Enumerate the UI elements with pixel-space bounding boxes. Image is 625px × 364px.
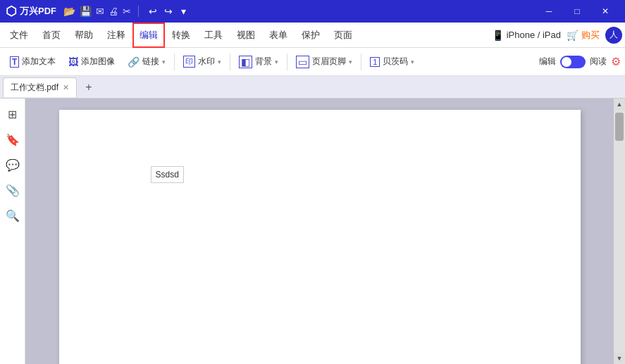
maximize-button[interactable]: □ (563, 0, 591, 23)
toolbar: T 添加文本 🖼 添加图像 🔗 链接 ▾ 印 水印 ▾ ◧ 背景 ▾ ▭ 页眉页… (0, 48, 625, 76)
sidebar: ⊞ 🔖 💬 📎 🔍 (0, 99, 25, 364)
close-button[interactable]: ✕ (591, 0, 619, 23)
cart-icon: 🛒 (567, 30, 578, 41)
edit-mode-label: 编辑 (539, 56, 556, 68)
image-icon: 🖼 (68, 56, 78, 68)
scroll-down-arrow[interactable]: ▼ (614, 353, 625, 364)
window-controls: ─ □ ✕ (535, 0, 619, 23)
header-footer-label: 页眉页脚 (312, 56, 346, 68)
header-footer-button[interactable]: ▭ 页眉页脚 ▾ (290, 53, 358, 71)
email-icon[interactable]: ✉ (96, 6, 104, 17)
toolbar-separator-4 (361, 54, 361, 70)
logo-text: 万兴PDF (20, 5, 56, 18)
menu-convert[interactable]: 转换 (165, 23, 197, 48)
title-icons: 📂 💾 ✉ 🖨 ✂ ↩ ↪ ▾ (63, 4, 189, 18)
link-button[interactable]: 🔗 链接 ▾ (122, 53, 171, 70)
read-mode-label: 阅读 (590, 56, 607, 68)
new-tab-button[interactable]: + (80, 78, 98, 96)
tab-bar: 工作文档.pdf ✕ + (0, 76, 625, 99)
bates-icon: 1 (370, 57, 380, 67)
menu-bar: 文件 首页 帮助 注释 编辑 转换 工具 视图 表单 保护 页面 📱 iPhon… (0, 23, 625, 48)
separator (138, 6, 139, 17)
title-bar: ⬡ 万兴PDF 📂 💾 ✉ 🖨 ✂ ↩ ↪ ▾ ─ □ ✕ (0, 0, 625, 23)
add-image-label: 添加图像 (81, 56, 115, 68)
vertical-scrollbar[interactable]: ▲ ▼ (614, 99, 625, 364)
text-icon: T (10, 56, 19, 68)
open-icon[interactable]: 📂 (63, 6, 75, 17)
sidebar-comments[interactable]: 💬 (3, 155, 23, 175)
menu-comment[interactable]: 注释 (100, 23, 132, 48)
tab-label: 工作文档.pdf (11, 82, 58, 94)
undo-redo-group: ↩ ↪ ▾ (146, 4, 189, 18)
redo-button[interactable]: ↪ (161, 4, 175, 18)
scroll-up-arrow[interactable]: ▲ (614, 99, 625, 110)
background-icon: ◧ (239, 56, 252, 68)
history-dropdown-arrow[interactable]: ▾ (178, 4, 189, 18)
device-label: 📱 iPhone / iPad (492, 30, 561, 41)
toolbar-right: 编辑 阅读 ⚙ (539, 55, 621, 68)
watermark-button[interactable]: 印 水印 ▾ (178, 53, 227, 70)
text-box[interactable]: Ssdsd (151, 166, 184, 183)
link-icon: 🔗 (128, 56, 140, 68)
header-footer-dropdown-arrow[interactable]: ▾ (349, 58, 352, 65)
print-icon[interactable]: 🖨 (109, 6, 118, 17)
add-text-button[interactable]: T 添加文本 (4, 53, 61, 70)
menu-home[interactable]: 首页 (35, 23, 68, 48)
menu-edit[interactable]: 编辑 (132, 23, 165, 48)
menu-form[interactable]: 表单 (262, 23, 295, 48)
scroll-thumb[interactable] (615, 113, 624, 141)
logo-icon: ⬡ (6, 4, 17, 19)
minimize-button[interactable]: ─ (535, 0, 563, 23)
background-label: 背景 (255, 56, 272, 68)
menu-protect[interactable]: 保护 (295, 23, 327, 48)
sidebar-thumbnail[interactable]: ⊞ (3, 104, 23, 124)
buy-button[interactable]: 🛒 购买 (567, 29, 600, 42)
avatar-initial: 人 (609, 29, 618, 41)
bates-label: 贝茨码 (383, 56, 408, 68)
toolbar-separator-1 (174, 54, 175, 70)
toolbar-separator-2 (230, 54, 230, 70)
device-text: iPhone / iPad (507, 30, 561, 40)
tab-close-button[interactable]: ✕ (63, 83, 69, 92)
watermark-label: 水印 (198, 56, 215, 68)
menu-file[interactable]: 文件 (3, 23, 35, 48)
document-tab[interactable]: 工作文档.pdf ✕ (3, 77, 77, 97)
header-footer-icon: ▭ (296, 56, 309, 68)
edit-read-toggle[interactable] (560, 56, 586, 68)
link-label: 链接 (142, 56, 159, 68)
bates-button[interactable]: 1 贝茨码 ▾ (364, 53, 420, 70)
add-text-label: 添加文本 (22, 56, 56, 68)
logo-area: ⬡ 万兴PDF (6, 4, 56, 19)
user-avatar[interactable]: 人 (605, 27, 622, 44)
document-area: Ssdsd (25, 99, 614, 364)
menu-help[interactable]: 帮助 (68, 23, 100, 48)
menu-page[interactable]: 页面 (327, 23, 359, 48)
bates-dropdown-arrow[interactable]: ▾ (411, 58, 414, 65)
sidebar-attachment[interactable]: 📎 (3, 180, 23, 200)
background-button[interactable]: ◧ 背景 ▾ (233, 53, 284, 71)
main-area: ⊞ 🔖 💬 📎 🔍 ▶ Ssdsd ▲ ▼ (0, 99, 625, 364)
phone-icon: 📱 (492, 30, 504, 41)
background-dropdown-arrow[interactable]: ▾ (275, 58, 278, 65)
watermark-icon: 印 (183, 56, 195, 68)
sidebar-search[interactable]: 🔍 (3, 206, 23, 225)
settings-icon[interactable]: ⚙ (611, 55, 621, 68)
toolbar-separator-3 (287, 54, 287, 70)
menu-tools[interactable]: 工具 (197, 23, 230, 48)
watermark-dropdown-arrow[interactable]: ▾ (218, 58, 221, 65)
scissors-icon[interactable]: ✂ (123, 6, 131, 17)
undo-button[interactable]: ↩ (146, 4, 160, 18)
sidebar-bookmark[interactable]: 🔖 (3, 130, 23, 149)
link-dropdown-arrow[interactable]: ▾ (162, 58, 166, 65)
save-icon[interactable]: 💾 (80, 6, 92, 17)
buy-label: 购买 (581, 29, 600, 42)
document-page: Ssdsd (59, 110, 581, 364)
toggle-knob (562, 57, 571, 67)
menu-view[interactable]: 视图 (230, 23, 262, 48)
scroll-track[interactable] (614, 110, 625, 353)
add-image-button[interactable]: 🖼 添加图像 (63, 53, 120, 70)
